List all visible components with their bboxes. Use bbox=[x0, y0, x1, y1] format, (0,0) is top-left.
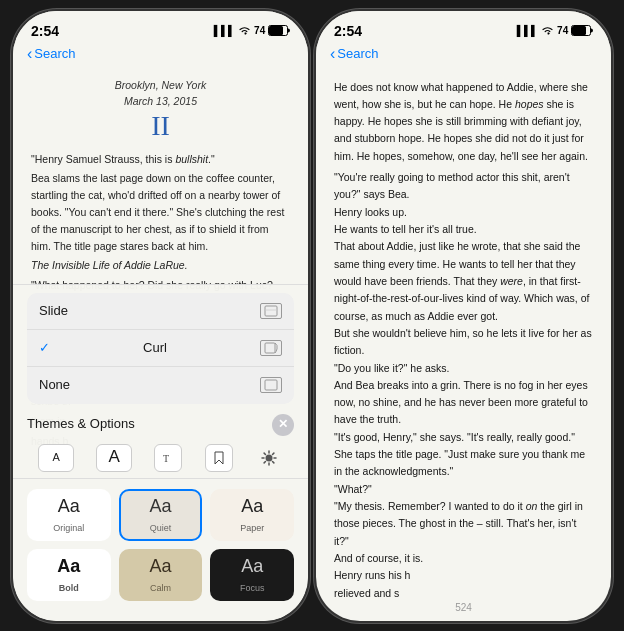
swatch-aa-bold: Aa bbox=[57, 553, 80, 581]
back-button-left[interactable]: ‹ Search bbox=[27, 45, 76, 63]
font-increase-button[interactable]: A bbox=[96, 444, 132, 472]
right-screen: 2:54 ▌▌▌ 74 ‹ Search bbox=[316, 11, 611, 621]
nav-bar-right[interactable]: ‹ Search bbox=[316, 43, 611, 69]
rp-9: "It's good, Henry," she says. "It's real… bbox=[334, 429, 593, 481]
rp-5: That about Addie, just like he wrote, th… bbox=[334, 238, 593, 325]
left-screen: 2:54 ▌▌▌ 74 ‹ Search bbox=[13, 11, 308, 621]
scroll-options: Slide ✓ Curl bbox=[27, 293, 294, 403]
close-panel-button[interactable]: ✕ bbox=[272, 414, 294, 436]
font-bookmark-icon[interactable] bbox=[205, 444, 233, 472]
rp-8: And Bea breaks into a grin. There is no … bbox=[334, 377, 593, 429]
svg-line-15 bbox=[264, 461, 265, 462]
themes-row: Themes & Options ✕ bbox=[13, 410, 308, 440]
none-label: None bbox=[39, 375, 70, 395]
swatch-aa-quiet: Aa bbox=[149, 493, 171, 521]
signal-icon-left: ▌▌▌ bbox=[214, 25, 235, 36]
right-phone: 2:54 ▌▌▌ 74 ‹ Search bbox=[316, 11, 611, 621]
svg-rect-2 bbox=[265, 306, 277, 316]
signal-icon-right: ▌▌▌ bbox=[517, 25, 538, 36]
battery-icon-right: 74 bbox=[557, 25, 593, 37]
status-icons-left: ▌▌▌ 74 bbox=[214, 25, 290, 37]
nav-bar-left[interactable]: ‹ Search bbox=[13, 43, 308, 69]
checkmark-curl: ✓ bbox=[39, 338, 50, 358]
rp-4: He wants to tell her it's all true. bbox=[334, 221, 593, 238]
status-bar-left: 2:54 ▌▌▌ 74 bbox=[13, 11, 308, 43]
swatch-aa-focus: Aa bbox=[241, 553, 263, 581]
page-number: 524 bbox=[316, 598, 611, 621]
svg-rect-4 bbox=[265, 343, 275, 353]
status-icons-right: ▌▌▌ 74 bbox=[517, 25, 593, 37]
status-bar-right: 2:54 ▌▌▌ 74 bbox=[316, 11, 611, 43]
theme-focus[interactable]: Aa Focus bbox=[210, 549, 294, 601]
back-label-right: Search bbox=[337, 46, 378, 61]
svg-text:T: T bbox=[163, 453, 169, 464]
rp-6: But she wouldn't believe him, so he lets… bbox=[334, 325, 593, 360]
swatch-label-original: Original bbox=[53, 522, 84, 536]
font-style-icon[interactable]: T bbox=[154, 444, 182, 472]
back-button-right[interactable]: ‹ Search bbox=[330, 45, 379, 63]
left-phone: 2:54 ▌▌▌ 74 ‹ Search bbox=[13, 11, 308, 621]
wifi-icon-left bbox=[238, 25, 251, 37]
svg-line-14 bbox=[272, 453, 273, 454]
para-3: The Invisible Life of Addie LaRue. bbox=[31, 257, 290, 274]
svg-line-13 bbox=[272, 461, 273, 462]
font-controls: A A T bbox=[13, 440, 308, 479]
slide-label: Slide bbox=[39, 301, 68, 321]
time-right: 2:54 bbox=[334, 23, 362, 39]
wifi-icon-right bbox=[541, 25, 554, 37]
time-left: 2:54 bbox=[31, 23, 59, 39]
rp-14: relieved and s bbox=[334, 585, 593, 598]
none-icon bbox=[260, 377, 282, 393]
book-header: Brooklyn, New York March 13, 2015 II bbox=[31, 77, 290, 143]
theme-swatches: Aa Original Aa Quiet Aa Paper Aa bbox=[13, 485, 308, 609]
svg-rect-1 bbox=[269, 26, 283, 35]
svg-rect-5 bbox=[265, 380, 277, 390]
swatch-label-quiet: Quiet bbox=[150, 522, 172, 536]
swatch-aa-calm: Aa bbox=[149, 553, 171, 581]
book-location: Brooklyn, New York bbox=[31, 77, 290, 93]
book-content-left: Brooklyn, New York March 13, 2015 II "He… bbox=[13, 69, 308, 621]
theme-original[interactable]: Aa Original bbox=[27, 489, 111, 541]
curl-label: Curl bbox=[143, 338, 167, 358]
para-2: Bea slams the last page down on the coff… bbox=[31, 170, 290, 254]
theme-paper[interactable]: Aa Paper bbox=[210, 489, 294, 541]
theme-bold[interactable]: Aa Bold bbox=[27, 549, 111, 601]
brightness-icon[interactable] bbox=[255, 444, 283, 472]
theme-quiet[interactable]: Aa Quiet bbox=[119, 489, 203, 541]
rp-7: "Do you like it?" he asks. bbox=[334, 360, 593, 377]
scroll-slide[interactable]: Slide bbox=[27, 293, 294, 330]
rp-12: And of course, it is. bbox=[334, 550, 593, 567]
back-label-left: Search bbox=[34, 46, 75, 61]
scroll-none[interactable]: None bbox=[27, 367, 294, 403]
svg-line-12 bbox=[264, 453, 265, 454]
chapter-number: II bbox=[31, 109, 290, 143]
back-arrow-left: ‹ bbox=[27, 45, 32, 63]
swatch-label-calm: Calm bbox=[150, 582, 171, 596]
para-1: "Henry Samuel Strauss, this is bullshit.… bbox=[31, 151, 290, 168]
theme-calm[interactable]: Aa Calm bbox=[119, 549, 203, 601]
svg-rect-17 bbox=[572, 26, 586, 35]
battery-icon-left: 74 bbox=[254, 25, 290, 37]
swatch-label-bold: Bold bbox=[59, 582, 79, 596]
swatch-aa-original: Aa bbox=[58, 493, 80, 521]
rp-10: "What?" bbox=[334, 481, 593, 498]
font-decrease-button[interactable]: A bbox=[38, 444, 74, 472]
rp-11: "My thesis. Remember? I wanted to do it … bbox=[334, 498, 593, 550]
bottom-panel: Slide ✓ Curl bbox=[13, 284, 308, 620]
scroll-curl[interactable]: ✓ Curl bbox=[27, 330, 294, 367]
swatch-aa-paper: Aa bbox=[241, 493, 263, 521]
rp-1: He does not know what happened to Addie,… bbox=[334, 79, 593, 166]
curl-icon bbox=[260, 340, 282, 356]
phones-container: 2:54 ▌▌▌ 74 ‹ Search bbox=[13, 11, 611, 621]
rp-13: Henry runs his h bbox=[334, 567, 593, 584]
back-arrow-right: ‹ bbox=[330, 45, 335, 63]
slide-icon bbox=[260, 303, 282, 319]
swatch-label-focus: Focus bbox=[240, 582, 265, 596]
swatch-label-paper: Paper bbox=[240, 522, 264, 536]
rp-3: Henry looks up. bbox=[334, 204, 593, 221]
book-date: March 13, 2015 bbox=[31, 93, 290, 109]
book-content-right: He does not know what happened to Addie,… bbox=[316, 69, 611, 598]
themes-title: Themes & Options bbox=[27, 414, 135, 434]
rp-2: "You're really going to method actor thi… bbox=[334, 169, 593, 204]
svg-point-7 bbox=[265, 454, 272, 461]
